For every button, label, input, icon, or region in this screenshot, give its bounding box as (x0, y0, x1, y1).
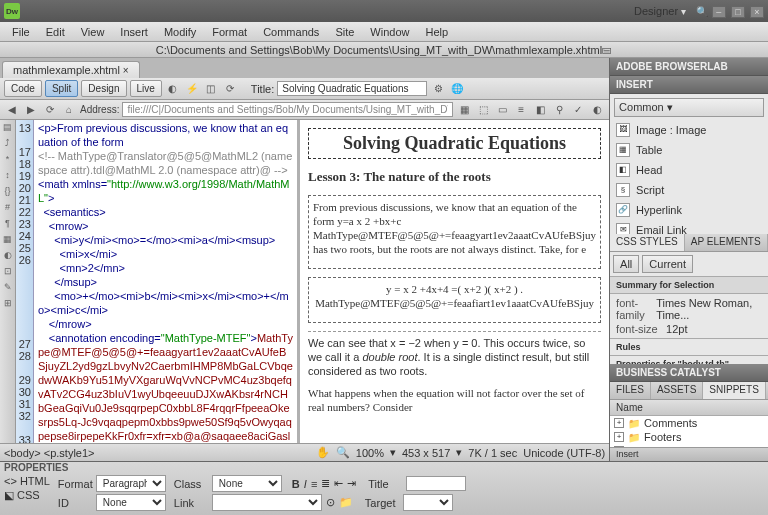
panel-insert[interactable]: INSERT (610, 76, 768, 94)
window-size[interactable]: 453 x 517 (402, 447, 450, 459)
back-icon[interactable]: ◀ (4, 102, 20, 118)
code-tool-icon[interactable]: ⤴ (1, 138, 15, 152)
browse-icon[interactable]: 📁 (339, 496, 353, 509)
view-live-button[interactable]: Live (130, 80, 162, 97)
menu-site[interactable]: Site (327, 24, 362, 40)
panel-business-catalyst[interactable]: BUSINESS CATALYST (610, 364, 768, 382)
forward-icon[interactable]: ▶ (23, 102, 39, 118)
menu-commands[interactable]: Commands (255, 24, 327, 40)
tab-css-styles[interactable]: CSS STYLES (610, 234, 685, 251)
image-icon: 🖼 (616, 123, 630, 137)
insert-category-dropdown[interactable]: Common ▾ (614, 98, 764, 117)
expand-icon[interactable]: + (614, 418, 624, 428)
browser-nav-icon[interactable]: ⟳ (222, 81, 238, 97)
menu-help[interactable]: Help (417, 24, 456, 40)
tool-icon-1[interactable]: ▦ (456, 102, 472, 118)
expand-icon[interactable]: + (614, 432, 624, 442)
tool-icon-5[interactable]: ◧ (532, 102, 548, 118)
html-tab[interactable]: <> HTML (4, 475, 50, 487)
code-editor[interactable]: <p>From previous discussions, we know th… (34, 120, 297, 443)
target-select[interactable] (403, 494, 453, 511)
tool-icon-4[interactable]: ≡ (513, 102, 529, 118)
code-tool-icon[interactable]: ◐ (1, 250, 15, 264)
insert-head[interactable]: ◧Head (614, 160, 764, 180)
properties-header[interactable]: PROPERTIES (0, 462, 768, 473)
tab-snippets[interactable]: SNIPPETS (703, 382, 765, 399)
css-prop-value[interactable]: Times New Roman, Time... (656, 297, 762, 321)
code-tool-icon[interactable]: ¶ (1, 218, 15, 232)
panel-browserlab[interactable]: ADOBE BROWSERLAB (610, 58, 768, 76)
tool-icon-7[interactable]: ✓ (570, 102, 586, 118)
css-tab[interactable]: ⬕ CSS (4, 489, 40, 502)
refresh-icon[interactable]: ⟳ (42, 102, 58, 118)
zoom-level[interactable]: 100% (356, 447, 384, 459)
list-ol-icon[interactable]: ≣ (321, 477, 330, 490)
view-split-button[interactable]: Split (45, 80, 78, 97)
view-code-button[interactable]: Code (4, 80, 42, 97)
code-tool-icon[interactable]: ✎ (1, 282, 15, 296)
live-code-icon[interactable]: ⚡ (184, 81, 200, 97)
css-current-button[interactable]: Current (642, 255, 693, 273)
hand-tool-icon[interactable]: ✋ (316, 446, 330, 459)
insert-image[interactable]: 🖼Image : Image (614, 120, 764, 140)
list-ul-icon[interactable]: ≡ (311, 478, 317, 490)
italic-button[interactable]: I (304, 478, 307, 490)
tool-icon-2[interactable]: ⬚ (475, 102, 491, 118)
menu-insert[interactable]: Insert (112, 24, 156, 40)
code-tool-icon[interactable]: # (1, 202, 15, 216)
tool-icon-8[interactable]: ◐ (589, 102, 605, 118)
design-view[interactable]: Solving Quadratic Equations Lesson 3: Th… (300, 120, 609, 443)
code-tool-icon[interactable]: ⊡ (1, 266, 15, 280)
workspace-switcher[interactable]: Designer ▾ (634, 5, 686, 17)
menu-edit[interactable]: Edit (38, 24, 73, 40)
code-tool-icon[interactable]: * (1, 154, 15, 168)
menu-modify[interactable]: Modify (156, 24, 204, 40)
search-icon[interactable]: 🔍 (694, 3, 710, 19)
menu-window[interactable]: Window (362, 24, 417, 40)
title-input[interactable] (277, 81, 427, 96)
id-select[interactable]: None (96, 494, 166, 511)
tab-files[interactable]: FILES (610, 382, 651, 399)
css-all-button[interactable]: All (613, 255, 639, 273)
live-view-icon[interactable]: ◫ (203, 81, 219, 97)
title-input[interactable] (406, 476, 466, 491)
tab-assets[interactable]: ASSETS (651, 382, 703, 399)
preview-icon[interactable]: 🌐 (449, 81, 465, 97)
code-tool-icon[interactable]: ▦ (1, 234, 15, 248)
format-select[interactable]: Paragraph (96, 475, 166, 492)
code-tool-icon[interactable]: ↕ (1, 170, 15, 184)
outdent-icon[interactable]: ⇤ (334, 477, 343, 490)
maximize-button[interactable]: □ (731, 6, 745, 18)
document-tab[interactable]: mathmlexample.xhtml × (2, 61, 140, 78)
menu-view[interactable]: View (73, 24, 113, 40)
tool-icon-6[interactable]: ⚲ (551, 102, 567, 118)
css-prop-value[interactable]: 12pt (666, 323, 687, 335)
code-tool-icon[interactable]: ⊞ (1, 298, 15, 312)
point-to-file-icon[interactable]: ⊙ (326, 496, 335, 509)
tag-selector[interactable]: <body> <p.style1> (4, 447, 95, 459)
file-management-icon[interactable]: ⚙ (430, 81, 446, 97)
insert-hyperlink[interactable]: 🔗Hyperlink (614, 200, 764, 220)
files-name-column[interactable]: Name (610, 400, 768, 416)
tool-icon-3[interactable]: ▭ (494, 102, 510, 118)
tree-item[interactable]: +📁 Footers (610, 430, 768, 444)
insert-script[interactable]: §Script (614, 180, 764, 200)
minimize-button[interactable]: – (712, 6, 726, 18)
menu-file[interactable]: File (4, 24, 38, 40)
tab-ap-elements[interactable]: AP ELEMENTS (685, 234, 768, 251)
link-select[interactable] (212, 494, 322, 511)
zoom-tool-icon[interactable]: 🔍 (336, 446, 350, 459)
indent-icon[interactable]: ⇥ (347, 477, 356, 490)
tree-item[interactable]: +📁 Comments (610, 416, 768, 430)
address-input[interactable] (122, 102, 453, 117)
code-tool-icon[interactable]: {} (1, 186, 15, 200)
class-select[interactable]: None (212, 475, 282, 492)
code-tool-icon[interactable]: ▤ (1, 122, 15, 136)
view-design-button[interactable]: Design (81, 80, 126, 97)
close-button[interactable]: × (750, 6, 764, 18)
insert-table[interactable]: ▦Table (614, 140, 764, 160)
menu-format[interactable]: Format (204, 24, 255, 40)
inspect-icon[interactable]: ◐ (165, 81, 181, 97)
home-icon[interactable]: ⌂ (61, 102, 77, 118)
bold-button[interactable]: B (292, 478, 300, 490)
